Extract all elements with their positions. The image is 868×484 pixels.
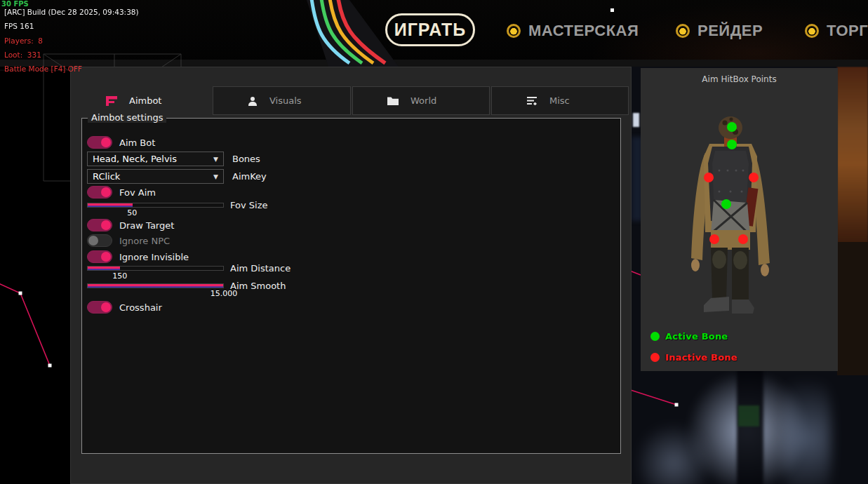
bone-dot-pelvis <box>721 199 731 209</box>
pistol-icon <box>105 96 117 106</box>
fov-size-label: Fov Size <box>230 200 267 210</box>
bones-label: Bones <box>232 154 260 164</box>
bones-dropdown[interactable]: Head, Neck, Pelvis ▼ <box>87 152 224 166</box>
chevron-down-icon: ▼ <box>213 156 218 163</box>
fov-aim-row: Fov Aim <box>87 186 156 199</box>
fov-size-slider-row: 50 Fov Size <box>87 203 224 208</box>
slider-fill <box>88 203 133 207</box>
inactive-bone-dot <box>650 353 660 362</box>
bright-window <box>633 113 639 127</box>
bones-dropdown-value: Head, Neck, Pelvis <box>93 154 177 164</box>
crosshair-label: Crosshair <box>119 302 162 313</box>
aimkey-dropdown-value: RClick <box>93 171 120 182</box>
aim-smooth-label: Aim Smooth <box>230 281 286 291</box>
bone-dot-right-arm <box>749 173 759 182</box>
exit-sign <box>738 405 759 426</box>
coin-icon <box>805 24 819 38</box>
aim-bot-toggle[interactable] <box>87 136 112 149</box>
tab-world[interactable]: World <box>352 86 490 115</box>
draw-target-row: Draw Target <box>87 219 174 231</box>
crosshair-row: Crosshair <box>87 301 162 314</box>
play-button[interactable]: ИГРАТЬ <box>385 13 475 46</box>
sliders-icon <box>526 96 538 106</box>
fov-aim-toggle[interactable] <box>87 186 112 199</box>
aimkey-dropdown[interactable]: RClick ▼ <box>87 169 224 184</box>
slider-fill <box>88 267 120 270</box>
hud-fps-counter: 30 FPS <box>1 0 29 8</box>
player-model <box>684 114 782 318</box>
aim-distance-value: 150 <box>112 271 127 281</box>
snow-blob <box>782 361 832 484</box>
hud-players-line: Players: 8 <box>4 36 43 45</box>
aimkey-label: AimKey <box>232 171 267 182</box>
aim-distance-label: Aim Distance <box>230 263 291 274</box>
active-bone-dot <box>650 332 660 341</box>
menu-item-label: МАСТЕРСКАЯ <box>528 22 639 40</box>
bone-dot-neck <box>727 140 737 149</box>
hitbox-panel: Aim HitBox Points <box>641 68 838 371</box>
bone-dot-head <box>727 122 737 132</box>
hud-battle-mode-line: Battle Mode [F4] OFF <box>4 65 82 73</box>
aim-bot-label: Aim Bot <box>119 137 155 148</box>
inactive-bone-label: Inactive Bone <box>665 352 737 363</box>
bone-dot-right-leg <box>738 234 748 244</box>
ignore-npc-row: Ignore NPC <box>87 234 170 247</box>
aim-smooth-slider-row: 15.000 Aim Smooth <box>87 283 224 288</box>
crosshair-toggle[interactable] <box>87 301 112 314</box>
cheat-window: Aimbot Visuals World <box>70 67 632 484</box>
hud-fps-line: FPS 161 <box>4 22 34 30</box>
folder-icon <box>387 96 399 105</box>
group-title: Aimbot settings <box>88 112 166 123</box>
aim-smooth-slider[interactable] <box>87 283 224 288</box>
rusty-pillar-shadow <box>837 242 868 375</box>
fov-size-slider[interactable] <box>87 203 224 208</box>
aim-distance-slider[interactable] <box>87 266 224 271</box>
tab-label: Visuals <box>269 95 302 106</box>
ignore-npc-label: Ignore NPC <box>119 236 170 246</box>
bone-dot-left-leg <box>709 234 719 244</box>
menu-item-label: ТОРГО <box>827 22 868 40</box>
menu-item-label: РЕЙДЕР <box>697 22 763 40</box>
hitbox-panel-title: Aim HitBox Points <box>641 74 838 84</box>
fov-size-value: 50 <box>127 208 137 217</box>
tab-label: Aimbot <box>129 95 161 106</box>
draw-target-toggle[interactable] <box>87 219 112 231</box>
coin-icon <box>507 24 521 38</box>
bones-row: Head, Neck, Pelvis ▼ Bones <box>87 152 260 166</box>
legend-inactive-bone: Inactive Bone <box>650 352 737 363</box>
ignore-npc-toggle[interactable] <box>87 234 112 247</box>
tab-label: World <box>410 95 436 106</box>
aim-bot-row: Aim Bot <box>87 136 155 149</box>
ignore-invisible-toggle[interactable] <box>87 250 112 263</box>
rusty-pillar <box>837 67 868 243</box>
person-icon <box>248 96 258 106</box>
screen: ИГРАТЬ МАСТЕРСКАЯ РЕЙДЕР ТОРГО 30 FPS [A… <box>0 0 868 484</box>
tab-visuals[interactable]: Visuals <box>213 86 351 115</box>
menu-item-trader[interactable]: ТОРГО <box>805 22 868 40</box>
ignore-invisible-row: Ignore Invisible <box>87 250 189 263</box>
crosshair-dot <box>610 8 614 12</box>
fov-aim-label: Fov Aim <box>119 187 156 198</box>
aim-distance-slider-row: 150 Aim Distance <box>87 266 224 271</box>
bone-dot-left-arm <box>704 173 714 182</box>
draw-target-label: Draw Target <box>119 220 174 231</box>
tab-aimbot[interactable]: Aimbot <box>71 86 212 115</box>
active-bone-label: Active Bone <box>665 331 728 342</box>
hud-loot-line: Loot: 331 <box>4 51 41 59</box>
coin-icon <box>676 24 690 38</box>
aimkey-row: RClick ▼ AimKey <box>87 169 267 184</box>
menu-item-raider[interactable]: РЕЙДЕР <box>676 22 763 40</box>
slider-fill <box>88 284 223 288</box>
menu-item-workshop[interactable]: МАСТЕРСКАЯ <box>507 22 639 40</box>
legend-active-bone: Active Bone <box>650 331 728 342</box>
ignore-invisible-label: Ignore Invisible <box>119 252 189 262</box>
chevron-down-icon: ▼ <box>213 173 218 180</box>
tab-misc[interactable]: Misc <box>491 86 629 115</box>
aimbot-settings-group: Aimbot settings Aim Bot Head, Neck, Pelv… <box>81 118 621 454</box>
hud-build-info: [ARC] Build (Dec 28 2025, 09:43:38) <box>4 8 139 16</box>
tab-label: Misc <box>549 95 570 106</box>
